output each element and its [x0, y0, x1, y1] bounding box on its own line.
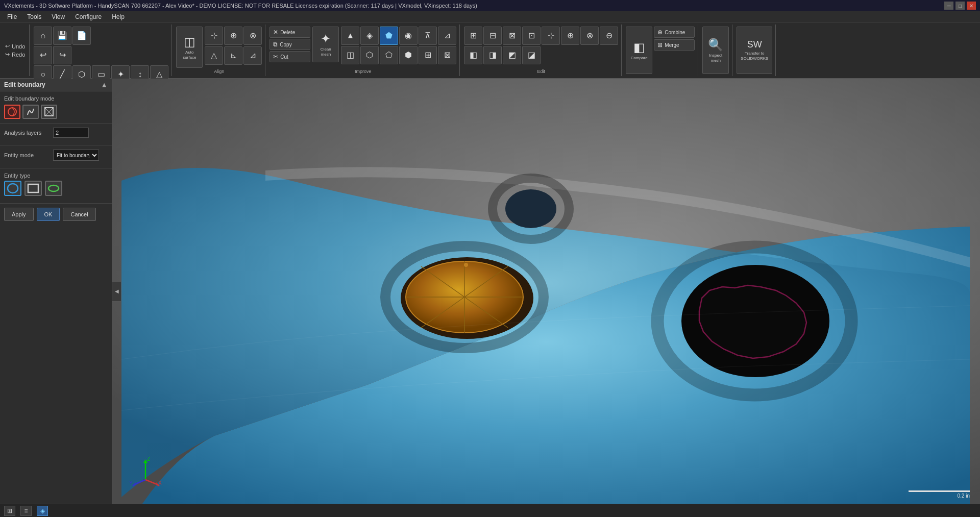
window-title: VXelements - 3D Software Platform - Hand…	[4, 3, 976, 9]
panel-title-bar: Edit boundary ▲	[0, 79, 112, 91]
compare-button[interactable]: ◧ Compare	[626, 27, 652, 74]
edit-label: Edit	[464, 69, 618, 74]
home-button[interactable]: ⌂	[34, 27, 52, 45]
save-button[interactable]: 💾	[53, 27, 71, 45]
redo-tb-button[interactable]: ↪	[53, 46, 71, 64]
xyz-indicator: Z X Y	[128, 452, 163, 488]
improve3-button[interactable]: ⬟	[380, 27, 398, 45]
mode-button-0[interactable]	[4, 105, 20, 119]
curve-icon	[47, 182, 60, 194]
undo-tb-button[interactable]: ↩	[34, 46, 52, 64]
rect-icon	[27, 182, 40, 194]
analysis-layers-section: Analysis layers	[0, 124, 112, 145]
transfer-solidworks-button[interactable]: SW Transfer toSOLIDWORKS	[737, 27, 772, 74]
edit11-button[interactable]: ◩	[503, 46, 521, 64]
inspect-mesh-button[interactable]: 🔍 Inspectmesh	[702, 27, 729, 74]
edit10-button[interactable]: ◨	[483, 46, 502, 64]
improve11-button[interactable]: ⊞	[419, 46, 437, 64]
vertex-marker	[464, 263, 468, 267]
clean-mesh-button[interactable]: ✦ Cleanmesh	[312, 27, 339, 62]
improve8-button[interactable]: ⬡	[360, 46, 379, 64]
menu-tools[interactable]: Tools	[22, 12, 46, 21]
inspect-mesh-group: 🔍 Inspectmesh	[699, 24, 732, 76]
combine-button[interactable]: ⊕ Combine	[654, 27, 695, 38]
maximize-button[interactable]: □	[955, 2, 965, 10]
menu-view[interactable]: View	[46, 12, 70, 21]
copy-button[interactable]: ⧉ Copy	[270, 39, 310, 50]
auto-surface-button[interactable]: ◫ Autosurface	[176, 27, 203, 68]
edit2-button[interactable]: ⊟	[483, 27, 502, 45]
entity-type-row: Entity type	[4, 173, 108, 196]
mode-button-2[interactable]	[41, 105, 57, 119]
panel-close-button[interactable]: ▲	[101, 81, 108, 89]
align1-button[interactable]: ⊹	[205, 27, 223, 45]
edit8-button[interactable]: ⊖	[600, 27, 618, 45]
improve4-button[interactable]: ◉	[399, 27, 418, 45]
mode-button-1[interactable]	[22, 105, 39, 119]
auto-surface-group: ◫ Autosurface ⊹ ⊕ ⊗ △ ⊾ ⊿ Align	[173, 24, 265, 76]
merge-button[interactable]: ⊞ Merge	[654, 39, 695, 51]
save-as-button[interactable]: 📄	[72, 27, 91, 45]
align-label: Align	[176, 69, 262, 74]
status-grid-button[interactable]: ⊞	[4, 506, 15, 516]
status-active-button[interactable]: ◈	[37, 506, 48, 516]
cut-button[interactable]: ✂ Cut	[270, 51, 310, 62]
close-button[interactable]: ✕	[967, 2, 976, 10]
edit3-button[interactable]: ⊠	[503, 27, 521, 45]
edit5-button[interactable]: ⊹	[542, 27, 560, 45]
improve1-button[interactable]: ▲	[341, 27, 359, 45]
viewport[interactable]: ◀	[112, 79, 980, 504]
align2-button[interactable]: ⊕	[224, 27, 242, 45]
upper-hole-dark	[505, 189, 556, 228]
improve5-button[interactable]: ⊼	[419, 27, 437, 45]
minimize-button[interactable]: ─	[944, 2, 953, 10]
inspect-mesh-icon: 🔍	[708, 38, 723, 52]
menu-file[interactable]: File	[2, 12, 22, 21]
status-list-button[interactable]: ≡	[20, 506, 32, 516]
active-view-icon[interactable]: ◈	[37, 506, 48, 516]
analysis-layers-input[interactable]	[53, 128, 89, 138]
delete-button[interactable]: ✕ Delete	[270, 27, 310, 38]
align4-button[interactable]: △	[205, 46, 223, 65]
entity-type-curve[interactable]	[45, 181, 62, 196]
clean-mesh-icon: ✦	[321, 32, 331, 46]
grid-icon[interactable]: ⊞	[4, 506, 15, 516]
collapse-panel-button[interactable]: ◀	[112, 281, 121, 302]
improve9-button[interactable]: ⬠	[380, 46, 398, 64]
improve10-button[interactable]: ⬢	[399, 46, 418, 64]
apply-button[interactable]: Apply	[4, 208, 34, 221]
svg-text:Z: Z	[147, 456, 150, 462]
svg-line-11	[145, 480, 158, 485]
improve-label: Improve	[270, 69, 456, 74]
edit1-button[interactable]: ⊞	[464, 27, 482, 45]
ok-button[interactable]: OK	[37, 208, 60, 221]
edit7-button[interactable]: ⊗	[580, 27, 599, 45]
entity-type-circle[interactable]	[4, 181, 21, 196]
improve6-button[interactable]: ⊿	[438, 27, 456, 45]
improve2-button[interactable]: ◈	[360, 27, 379, 45]
improve7-button[interactable]: ◫	[341, 46, 359, 64]
menu-configure[interactable]: Configure	[70, 12, 107, 21]
edit12-button[interactable]: ◪	[522, 46, 541, 64]
svg-line-14	[134, 480, 145, 485]
entity-type-rect[interactable]	[24, 181, 42, 196]
edit4-button[interactable]: ⊡	[522, 27, 541, 45]
align3-button[interactable]: ⊗	[243, 27, 262, 45]
redo-button[interactable]: ↪ Redo	[5, 51, 25, 58]
edit9-button[interactable]: ◧	[464, 46, 482, 64]
cancel-button[interactable]: Cancel	[63, 208, 95, 221]
compare-icon: ◧	[633, 40, 645, 55]
entity-mode-label: Entity mode	[4, 152, 50, 158]
menu-help[interactable]: Help	[107, 12, 130, 21]
entity-mode-select[interactable]: Fit to boundary Free Constrained	[53, 150, 99, 161]
improve12-button[interactable]: ⊠	[438, 46, 456, 64]
undo-button[interactable]: ↩ Undo	[5, 43, 25, 50]
cut-icon: ✂	[273, 53, 278, 60]
align5-button[interactable]: ⊾	[224, 46, 242, 65]
mode-buttons-group	[4, 105, 108, 119]
edit6-button[interactable]: ⊕	[561, 27, 579, 45]
align6-button[interactable]: ⊿	[243, 46, 262, 65]
left-panel: Edit boundary ▲ Edit boundary mode	[0, 79, 112, 504]
add-entity-group: ⌂ 💾 📄 ↩ ↪ ○ ╱ ⬡ ▭ ✦ ↕ △	[31, 24, 172, 76]
list-icon[interactable]: ≡	[20, 506, 32, 516]
